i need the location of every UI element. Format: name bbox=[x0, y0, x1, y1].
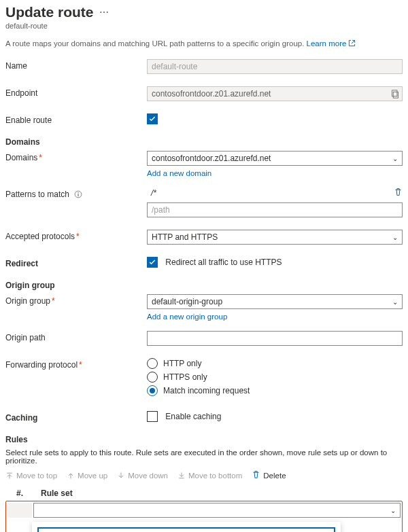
forwarding-match-radio[interactable]: Match incoming request bbox=[147, 385, 403, 396]
caching-label: Enable caching bbox=[165, 412, 221, 421]
rules-toolbar: Move to top Move up Move down Move to bo… bbox=[5, 470, 403, 480]
origin-path-label: Origin path bbox=[5, 331, 147, 342]
move-down-button[interactable]: Move down bbox=[117, 472, 168, 480]
move-bottom-button[interactable]: Move to bottom bbox=[177, 472, 242, 480]
chevron-down-icon: ⌄ bbox=[392, 234, 398, 241]
svg-rect-1 bbox=[392, 90, 396, 96]
origin-heading: Origin group bbox=[5, 281, 403, 290]
endpoint-label: Endpoint bbox=[5, 86, 147, 98]
endpoint-input bbox=[147, 86, 403, 101]
row-selector[interactable] bbox=[7, 503, 32, 518]
rules-description: Select rule sets to apply to this route.… bbox=[5, 448, 403, 465]
domains-select[interactable]: contosofrontdoor.z01.azurefd.net ⌄ bbox=[147, 151, 403, 166]
svg-rect-0 bbox=[393, 92, 398, 98]
redirect-checkbox[interactable] bbox=[147, 257, 158, 268]
caching-checkbox[interactable] bbox=[147, 411, 158, 422]
pattern-existing: /* bbox=[147, 188, 390, 198]
caching-heading: Caching bbox=[5, 413, 37, 423]
delete-rule-button[interactable]: Delete bbox=[252, 470, 286, 480]
name-input[interactable] bbox=[147, 59, 403, 74]
delete-pattern-icon[interactable] bbox=[394, 188, 403, 198]
accepted-protocols-label: Accepted protocols bbox=[5, 232, 75, 241]
chevron-down-icon: ⌄ bbox=[390, 507, 396, 514]
grid-col-ruleset: Rule set bbox=[41, 489, 403, 498]
domains-label: Domains bbox=[5, 153, 37, 162]
domains-heading: Domains bbox=[5, 137, 403, 147]
move-top-button[interactable]: Move to top bbox=[5, 472, 57, 480]
forwarding-https-radio[interactable]: HTTPS only bbox=[147, 372, 403, 383]
move-up-button[interactable]: Move up bbox=[67, 472, 107, 480]
redirect-heading: Redirect bbox=[5, 259, 38, 268]
more-actions-icon[interactable]: ⋯ bbox=[99, 7, 109, 17]
rules-heading: Rules bbox=[5, 435, 403, 444]
ruleset-select[interactable]: ⌄ bbox=[33, 503, 401, 518]
page-title: Update route bbox=[5, 4, 94, 20]
add-origin-link[interactable]: Add a new origin group bbox=[147, 313, 227, 321]
origin-path-input[interactable] bbox=[147, 331, 403, 346]
page-subtitle: default-route bbox=[5, 22, 403, 30]
rules-grid-highlight: ⌄ myRuleSet bbox=[5, 501, 403, 532]
info-icon[interactable] bbox=[74, 190, 82, 200]
add-domain-link[interactable]: Add a new domain bbox=[147, 169, 211, 177]
trash-icon bbox=[252, 470, 260, 480]
copy-icon[interactable] bbox=[389, 88, 401, 100]
redirect-label: Redirect all traffic to use HTTPS bbox=[165, 258, 282, 267]
table-row: ⌄ bbox=[7, 503, 401, 518]
grid-col-num: #. bbox=[16, 489, 41, 498]
chevron-down-icon: ⌄ bbox=[392, 298, 398, 306]
svg-rect-4 bbox=[78, 194, 79, 196]
svg-point-3 bbox=[78, 192, 79, 193]
pattern-input[interactable] bbox=[147, 202, 403, 217]
learn-more-link[interactable]: Learn more bbox=[307, 39, 356, 48]
origin-group-label: Origin group bbox=[5, 296, 50, 306]
ruleset-dropdown: myRuleSet bbox=[32, 522, 341, 532]
enable-route-label: Enable route bbox=[5, 113, 147, 125]
origin-group-select[interactable]: default-origin-group ⌄ bbox=[147, 294, 403, 309]
ruleset-search-input[interactable] bbox=[37, 527, 335, 532]
name-label: Name bbox=[5, 59, 147, 71]
enable-route-checkbox[interactable] bbox=[147, 113, 158, 124]
patterns-label: Patterns to match bbox=[5, 190, 69, 199]
forwarding-protocol-label: Forwarding protocol bbox=[5, 360, 78, 370]
external-link-icon bbox=[348, 39, 356, 48]
page-description: A route maps your domains and matching U… bbox=[5, 39, 403, 48]
accepted-protocols-select[interactable]: HTTP and HTTPS ⌄ bbox=[147, 230, 403, 245]
chevron-down-icon: ⌄ bbox=[392, 155, 398, 162]
forwarding-http-radio[interactable]: HTTP only bbox=[147, 358, 403, 369]
